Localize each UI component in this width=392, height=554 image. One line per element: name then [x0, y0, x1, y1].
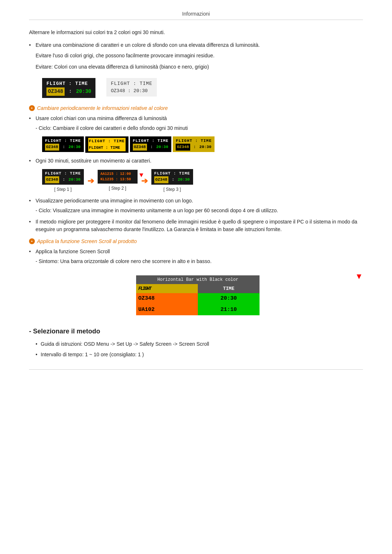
- s3-time: 20:30: [178, 177, 190, 183]
- arrow-1-icon: ➔: [87, 175, 94, 187]
- cb4-row1: FLIGHT : TIME: [176, 138, 212, 144]
- hbar-col1-header: FLIGHT: [136, 284, 198, 294]
- bullet5-text: Il metodo migliore per proteggere il mon…: [36, 219, 357, 232]
- cycle-box-4: FLIGHT : TIME OZ348 : 20:30: [173, 136, 215, 152]
- hbar-title: Horizontal Bar with Black color: [136, 275, 260, 284]
- main-list-3: Applica la funzione Screen Scroll - Sint…: [29, 248, 363, 321]
- intro-text: Alternare le informazioni sui colori tra…: [29, 29, 363, 36]
- step2-down-arrow-icon: ▼: [139, 171, 143, 180]
- select-method-item-2: Intervallo di tempo: 1 ~ 10 ore (consigl…: [36, 351, 363, 358]
- flight-box-light-row2: OZ348 : 20:30: [111, 87, 152, 95]
- select-method-item-1: Guida di istruzioni: OSD Menu -> Set Up …: [36, 340, 363, 348]
- hbar-header-row: FLIGHT TIME: [136, 284, 260, 294]
- flight-box-light: FLIGHT : TIME OZ348 : 20:30: [106, 78, 156, 97]
- s3-row1: FLIGHT : TIME: [154, 171, 190, 177]
- cycle-boxes-row: FLIGHT : TIME OZ348 : 20:30 FLIGHT : TIM…: [42, 136, 363, 153]
- page-container: Informazioni Alternare le informazioni s…: [0, 0, 392, 384]
- hbar-wrapper: Horizontal Bar with Black color FLIGHT T…: [42, 270, 363, 321]
- bullet1-sub2: Evitare: Colori con una elevata differen…: [36, 63, 363, 71]
- bullet2-text: Usare colori chiari con una minima diffe…: [36, 115, 167, 121]
- hbar-container: Horizontal Bar with Black color FLIGHT T…: [136, 275, 260, 316]
- cycle-box-2: FLIGHT : TIME FLIGHT : TIME: [85, 136, 128, 153]
- hbar-row1-left: OZ348: [136, 293, 198, 304]
- step-1-block: FLIGHT : TIME OZ348 : 20:30 [ Step 1 ]: [42, 169, 84, 193]
- step-1-label: [ Step 1 ]: [54, 186, 72, 193]
- cb3-row1: FLIGHT : TIME: [133, 138, 169, 144]
- bullet1-sub1: Evitare l'uso di colori grigi, che posso…: [36, 52, 363, 59]
- cb4-row2: OZ348 : 20:30: [176, 144, 212, 151]
- hbar-side-arrow-icon: ▼: [355, 270, 363, 282]
- cb3-row2: OZ348 : 20:30: [133, 144, 169, 151]
- cb1-row2: OZ348 : 20:30: [45, 144, 81, 151]
- bullet3-text: Ogni 30 minuti, sostituire un movimento …: [36, 158, 151, 164]
- flight-box-dark-oz: OZ348: [46, 87, 65, 96]
- main-list: Evitare una combinazione di caratteri e …: [29, 41, 363, 98]
- flight-box-light-row1: FLIGHT : TIME: [111, 80, 152, 87]
- list-item-4: Visualizzare periodicamente una immagine…: [29, 197, 363, 214]
- bullet6-text: Applica la funzione Screen Scroll: [36, 249, 110, 254]
- sub-bullet4: - Ciclo: Visualizzare una immagine in mo…: [36, 207, 363, 214]
- t-row1: AA1215 : 12:00: [101, 171, 135, 177]
- step-2-box: AA1215 : 12:00 KL1235 : 13:50 ▼: [98, 170, 138, 184]
- flight-box-dark: FLIGHT : TIME OZ348 : 20:30: [42, 78, 95, 98]
- hbar-title-text: Horizontal Bar with Black color: [157, 277, 238, 282]
- s1-row1: FLIGHT : TIME: [45, 171, 81, 177]
- flight-box-dark-row2: OZ348 : 20:30: [46, 87, 91, 96]
- hbar-row2-right: 21:10: [198, 304, 260, 316]
- step-1-box: FLIGHT : TIME OZ348 : 20:30: [42, 169, 84, 185]
- list-item-1: Evitare una combinazione di caratteri e …: [29, 41, 363, 98]
- cycle-sub: - Ciclo: Cambiare il colore dei caratter…: [36, 124, 363, 132]
- bullet1-main: Evitare una combinazione di caratteri e …: [36, 42, 260, 48]
- orange-circle-icon-1: [29, 105, 35, 111]
- s1-time: 20:30: [69, 177, 81, 183]
- orange-label-1-text: Cambiare periodicamente le informazioni …: [37, 105, 168, 111]
- s1-oz: OZ348: [45, 176, 59, 183]
- list-item-2: Usare colori chiari con una minima diffe…: [29, 115, 363, 153]
- s1-row2: OZ348 : 20:30: [45, 176, 81, 183]
- cb1-row1: FLIGHT : TIME: [45, 138, 81, 144]
- cb4-oz: OZ348: [176, 144, 190, 151]
- hbar-col2-header-text: TIME: [223, 286, 234, 291]
- select-method-section: - Selezionare il metodo Guida di istruzi…: [29, 328, 363, 358]
- hbar-row1-right: 20:30: [198, 293, 260, 304]
- cb1-time: 20:30: [69, 144, 81, 150]
- select-method-list: Guida di istruzioni: OSD Menu -> Set Up …: [29, 340, 363, 358]
- cb2-row1: FLIGHT : TIME: [88, 138, 126, 145]
- bottom-divider: [29, 369, 363, 370]
- list-item-5: Il metodo migliore per proteggere il mon…: [29, 218, 363, 233]
- orange-circle-icon-2: [29, 238, 35, 244]
- flight-box-dark-row1: FLIGHT : TIME: [46, 80, 91, 87]
- hbar-row-2: UA102 21:10: [136, 304, 260, 316]
- bullet4-text: Visualizzare periodicamente una immagine…: [36, 198, 193, 204]
- cb1-oz: OZ348: [45, 144, 59, 151]
- cycle-box-1: FLIGHT : TIME OZ348 : 20:30: [42, 136, 84, 152]
- select-method-heading: - Selezionare il metodo: [29, 328, 363, 335]
- flight-box-dark-time: 20:30: [76, 88, 91, 95]
- step-3-box: FLIGHT : TIME OZ348 : 20:30: [151, 169, 193, 185]
- step-2-label: [ Step 2 ]: [109, 185, 126, 192]
- cb2-row2: FLIGHT : TIME: [88, 144, 126, 151]
- list-item-6: Applica la funzione Screen Scroll - Sint…: [29, 248, 363, 321]
- cb3-time: 20:30: [156, 144, 168, 150]
- orange-label-1: Cambiare periodicamente le informazioni …: [29, 105, 363, 111]
- step-2-block: AA1215 : 12:00 KL1235 : 13:50 ▼ [ Step 2…: [98, 170, 138, 192]
- flight-box-dark-sep: :: [66, 88, 74, 95]
- page-title: Informazioni: [29, 11, 363, 20]
- hbar-row2-left: UA102: [136, 304, 198, 316]
- cycle-box-3: FLIGHT : TIME OZ348 : 20:30: [130, 136, 172, 152]
- list-item-3: Ogni 30 minuti, sostituire un movimento …: [29, 157, 363, 193]
- orange-label-2: Applica la funzione Screen Scroll al pro…: [29, 238, 363, 244]
- s3-oz: OZ348: [154, 176, 168, 183]
- flight-boxes-row: FLIGHT : TIME OZ348 : 20:30 FLIGHT : TIM…: [42, 78, 363, 98]
- orange-label-2-text: Applica la funzione Screen Scroll al pro…: [37, 238, 137, 244]
- s3-row2: OZ348 : 20:30: [154, 176, 190, 183]
- steps-row: FLIGHT : TIME OZ348 : 20:30 [ Step 1 ] ➔…: [42, 169, 363, 193]
- t-row2: KL1235 : 13:50: [101, 177, 135, 182]
- step-3-block: FLIGHT : TIME OZ348 : 20:30 [ Step 3 ]: [151, 169, 193, 193]
- main-list-2: Usare colori chiari con una minima diffe…: [29, 115, 363, 233]
- step-3-label: [ Step 3 ]: [163, 186, 181, 193]
- hbar-col2-header: TIME: [198, 284, 260, 294]
- sub-bullet6: - Sintomo: Una barra orizzontale di colo…: [36, 258, 363, 265]
- hbar-row-1: OZ348 20:30: [136, 293, 260, 304]
- cb4-time: 20:30: [199, 144, 211, 150]
